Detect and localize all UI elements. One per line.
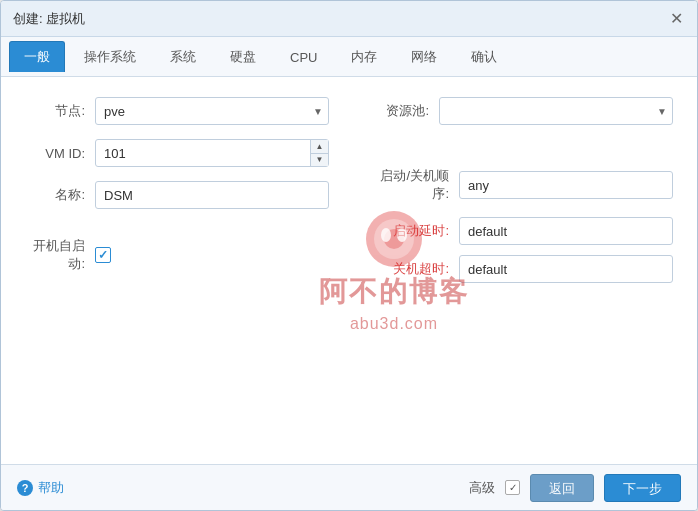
tab-memory[interactable]: 内存	[336, 41, 392, 72]
help-label: 帮助	[38, 479, 64, 497]
footer-left: ? 帮助	[17, 479, 64, 497]
tab-bar: 一般 操作系统 系统 硬盘 CPU 内存 网络 确认	[1, 37, 697, 77]
boot-checkbox-wrapper	[95, 247, 111, 263]
shutdown-delay-label: 关机超时:	[369, 260, 459, 278]
node-select[interactable]: pve	[95, 97, 329, 125]
form-left: 节点: pve ▼ VM ID: ▲ ▼	[25, 97, 349, 293]
shutdown-delay-row: 关机超时:	[369, 255, 673, 283]
shutdown-delay-input[interactable]	[459, 255, 673, 283]
main-window: 创建: 虚拟机 ✕ 一般 操作系统 系统 硬盘 CPU 内存 网络 确认 节点:…	[0, 0, 698, 511]
help-icon: ?	[17, 480, 33, 496]
vmid-arrows: ▲ ▼	[310, 140, 328, 166]
order-input[interactable]	[459, 171, 673, 199]
vmid-input[interactable]	[95, 139, 329, 167]
name-input[interactable]	[95, 181, 329, 209]
next-button[interactable]: 下一步	[604, 474, 681, 502]
order-row: 启动/关机顺序:	[369, 167, 673, 203]
footer: ? 帮助 高级 返回 下一步	[1, 464, 697, 510]
tab-system[interactable]: 系统	[155, 41, 211, 72]
tab-network[interactable]: 网络	[396, 41, 452, 72]
startup-delay-row: 启动延时:	[369, 217, 673, 245]
node-label: 节点:	[25, 102, 95, 120]
vmid-input-wrapper: ▲ ▼	[95, 139, 329, 167]
order-label: 启动/关机顺序:	[369, 167, 459, 203]
boot-label: 开机自启动:	[25, 237, 95, 273]
vmid-up-arrow[interactable]: ▲	[310, 140, 328, 154]
footer-right: 高级 返回 下一步	[469, 474, 681, 502]
tab-cpu[interactable]: CPU	[275, 43, 332, 71]
name-row: 名称:	[25, 181, 329, 209]
tab-general[interactable]: 一般	[9, 41, 65, 72]
tab-disk[interactable]: 硬盘	[215, 41, 271, 72]
startup-delay-label: 启动延时:	[369, 222, 459, 240]
content-area: 节点: pve ▼ VM ID: ▲ ▼	[1, 77, 697, 464]
form-columns: 节点: pve ▼ VM ID: ▲ ▼	[25, 97, 673, 293]
pool-select[interactable]	[439, 97, 673, 125]
window-title: 创建: 虚拟机	[13, 10, 85, 28]
vmid-row: VM ID: ▲ ▼	[25, 139, 329, 167]
boot-checkbox[interactable]	[95, 247, 111, 263]
tab-confirm[interactable]: 确认	[456, 41, 512, 72]
name-label: 名称:	[25, 186, 95, 204]
vmid-label: VM ID:	[25, 146, 95, 161]
vmid-down-arrow[interactable]: ▼	[310, 154, 328, 167]
title-bar: 创建: 虚拟机 ✕	[1, 1, 697, 37]
pool-label: 资源池:	[369, 102, 439, 120]
node-select-wrapper: pve ▼	[95, 97, 329, 125]
form-right: 资源池: ▼ 启动/关机顺序: 启动延	[349, 97, 673, 293]
tab-os[interactable]: 操作系统	[69, 41, 151, 72]
back-button[interactable]: 返回	[530, 474, 594, 502]
watermark-text-line2: abu3d.com	[350, 315, 438, 333]
boot-row: 开机自启动:	[25, 237, 329, 273]
startup-delay-input[interactable]	[459, 217, 673, 245]
close-button[interactable]: ✕	[667, 10, 685, 28]
pool-row: 资源池: ▼	[369, 97, 673, 125]
advanced-checkbox[interactable]	[505, 480, 520, 495]
pool-select-wrapper: ▼	[439, 97, 673, 125]
help-button[interactable]: ? 帮助	[17, 479, 64, 497]
advanced-label: 高级	[469, 479, 495, 497]
node-row: 节点: pve ▼	[25, 97, 329, 125]
